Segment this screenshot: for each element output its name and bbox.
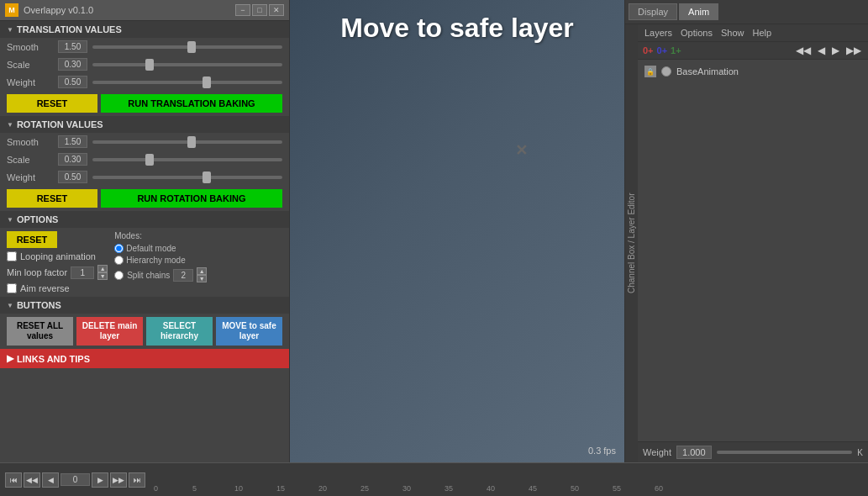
split-up[interactable]: ▲: [197, 267, 207, 275]
rotation-smooth-slider[interactable]: [92, 140, 282, 144]
cb-menu-options[interactable]: Options: [677, 27, 716, 39]
rotation-scale-thumb: [145, 154, 154, 166]
delete-layer-button[interactable]: DELETE main layer: [76, 317, 143, 346]
rotation-header[interactable]: ▼ ROTATION VALUES: [0, 116, 289, 133]
mode-default-radio[interactable]: [114, 244, 124, 253]
min-loop-input[interactable]: [71, 266, 94, 279]
playback-controls: ⏮ ◀◀ ◀ ▶ ▶▶ ⏭: [0, 463, 150, 496]
split-down[interactable]: ▼: [197, 275, 207, 282]
looping-label: Looping animation: [20, 251, 96, 261]
minimize-button[interactable]: −: [235, 4, 250, 16]
key-indicator-1: 0+: [643, 45, 654, 55]
anim-prev-btn[interactable]: ◀◀: [794, 45, 813, 56]
buttons-content: RESET ALL values DELETE main layer SELEC…: [0, 314, 289, 349]
fps-counter: 0.3 fps: [588, 446, 616, 456]
tick-40: 40: [487, 484, 495, 493]
min-loop-spinners: ▲ ▼: [97, 265, 108, 280]
anim-tab[interactable]: Anim: [679, 3, 718, 20]
select-hierarchy-button[interactable]: SELECT hierarchy: [146, 317, 213, 346]
translation-weight-label: Weight: [7, 77, 53, 87]
close-button[interactable]: ✕: [269, 4, 284, 16]
options-header[interactable]: ▼ OPTIONS: [0, 211, 289, 228]
reset-all-button[interactable]: RESET ALL values: [7, 317, 73, 346]
weight-k-label: K: [857, 448, 863, 457]
cb-menu-layers[interactable]: Layers: [641, 27, 676, 39]
translation-smooth-value[interactable]: [58, 40, 87, 53]
current-frame-input[interactable]: [60, 473, 90, 486]
maximize-button[interactable]: □: [252, 4, 267, 16]
options-content: RESET Looping animation Min loop factor …: [0, 228, 289, 297]
buttons-header[interactable]: ▼ BUTTONS: [0, 297, 289, 314]
weight-value[interactable]: 1.000: [676, 446, 712, 459]
translation-reset-button[interactable]: RESET: [7, 94, 97, 113]
anim-next-btn[interactable]: ▶▶: [844, 45, 863, 56]
translation-weight-row: Weight: [0, 73, 289, 91]
rotation-buttons: RESET RUN ROTATION BAKING: [0, 186, 289, 211]
options-left: RESET Looping animation Min loop factor …: [7, 231, 108, 293]
rotation-reset-button[interactable]: RESET: [7, 189, 97, 208]
rotation-run-button[interactable]: RUN ROTATION BAKING: [101, 189, 282, 208]
looping-checkbox[interactable]: [7, 251, 17, 261]
mode-default-row: Default mode: [114, 244, 207, 253]
playback-prev-frame[interactable]: ◀◀: [24, 472, 40, 488]
aim-checkbox[interactable]: [7, 283, 17, 293]
translation-run-button[interactable]: RUN TRANSLATION BAKING: [101, 94, 282, 113]
playback-back[interactable]: ◀: [42, 472, 59, 488]
options-reset-button[interactable]: RESET: [7, 231, 57, 248]
translation-scale-value[interactable]: [58, 58, 87, 71]
mode-split-radio[interactable]: [114, 271, 124, 280]
playback-to-start[interactable]: ⏮: [5, 472, 22, 488]
x-mark: ✕: [515, 141, 528, 160]
layer-item-base[interactable]: 🔒 BaseAnimation: [641, 63, 865, 80]
translation-header[interactable]: ▼ TRANSLATION VALUES: [0, 21, 289, 38]
layer-list: 🔒 BaseAnimation: [638, 60, 868, 441]
links-section[interactable]: ▶ LINKS AND TIPS: [0, 349, 289, 368]
cb-menu-help[interactable]: Help: [749, 27, 775, 39]
playback-to-end[interactable]: ⏭: [129, 472, 145, 488]
display-tab[interactable]: Display: [629, 3, 677, 20]
mode-hierarchy-radio[interactable]: [114, 256, 124, 265]
tick-0: 0: [154, 484, 158, 493]
rotation-weight-slider[interactable]: [92, 176, 282, 179]
translation-weight-thumb: [203, 77, 211, 88]
rotation-scale-slider[interactable]: [92, 158, 282, 161]
playback-play[interactable]: ▶: [92, 472, 108, 488]
tick-55: 55: [613, 484, 621, 493]
looping-row: Looping animation: [7, 251, 108, 261]
viewport: Move to safe layer ✕ ↖ 0.3 fps: [290, 0, 624, 462]
layer-vis-circle[interactable]: [661, 66, 671, 77]
links-arrow: ▶: [7, 353, 13, 364]
key-indicator-2: 0+: [657, 45, 668, 55]
translation-weight-value[interactable]: [58, 76, 87, 88]
rotation-smooth-value[interactable]: [58, 135, 87, 148]
mode-hierarchy-row: Hierarchy mode: [114, 256, 207, 265]
anim-back-btn[interactable]: ◀: [816, 45, 827, 56]
translation-smooth-label: Smooth: [7, 42, 53, 52]
min-loop-row: Min loop factor ▲ ▼: [7, 265, 108, 280]
rotation-weight-label: Weight: [7, 172, 53, 182]
tick-25: 25: [360, 484, 369, 493]
tick-30: 30: [402, 484, 411, 493]
translation-scale-row: Scale: [0, 55, 289, 73]
translation-scale-slider[interactable]: [92, 63, 282, 66]
translation-smooth-slider[interactable]: [92, 45, 282, 49]
anim-controls: 0+ 0+ 1+ ◀◀ ◀ ▶ ▶▶: [638, 42, 868, 60]
split-value-input[interactable]: [173, 269, 193, 282]
move-safe-layer-button[interactable]: MOVE to safe layer: [216, 317, 282, 346]
rotation-weight-value[interactable]: [58, 171, 87, 183]
translation-weight-slider[interactable]: [92, 81, 282, 84]
rotation-smooth-thumb: [187, 136, 196, 148]
rotation-scale-value[interactable]: [58, 153, 87, 166]
playback-next-frame[interactable]: ▶▶: [110, 472, 127, 488]
weight-slider[interactable]: [717, 451, 853, 454]
options-title: OPTIONS: [17, 214, 59, 224]
cb-menu-show[interactable]: Show: [718, 27, 748, 39]
anim-forward-btn[interactable]: ▶: [830, 45, 841, 56]
min-loop-up[interactable]: ▲: [97, 265, 108, 272]
title-bar: M Overlappy v0.1.0 − □ ✕: [0, 0, 289, 21]
min-loop-down[interactable]: ▼: [97, 272, 108, 280]
links-label: LINKS AND TIPS: [17, 354, 90, 364]
weight-label: Weight: [643, 447, 671, 457]
modes-label: Modes:: [114, 231, 207, 240]
min-loop-label: Min loop factor: [7, 267, 67, 277]
